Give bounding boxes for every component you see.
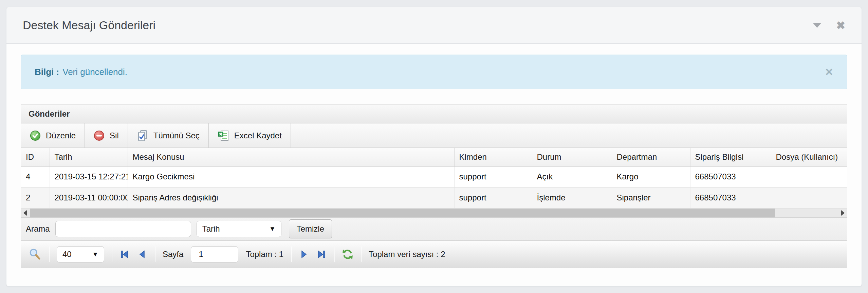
page-size-selected: 40 (62, 250, 72, 259)
pager-divider (49, 247, 49, 262)
cell-dosya[interactable] (771, 187, 847, 208)
cell-durum[interactable]: İşlemde (532, 187, 612, 208)
cell-id[interactable]: 4 (21, 166, 50, 187)
cell-mesaj-konusu[interactable]: Kargo Gecikmesi (128, 166, 454, 187)
pager-divider (112, 247, 112, 262)
grid-caption: Gönderiler (21, 104, 847, 123)
page-size-select[interactable]: 40 ▼ (57, 246, 104, 262)
page-label: Sayfa (163, 250, 183, 259)
delete-button[interactable]: Sil (85, 123, 128, 148)
refresh-icon[interactable] (342, 249, 353, 260)
pager-bar: 40 ▼ (21, 241, 847, 268)
cell-departman[interactable]: Siparişler (612, 187, 690, 208)
column-header-siparis-bilgisi[interactable]: Sipariş Bilgisi (690, 148, 771, 166)
cell-kimden[interactable]: support (454, 187, 532, 208)
last-page-button[interactable] (316, 249, 327, 259)
chevron-down-icon: ▼ (269, 225, 276, 233)
scrollbar-thumb[interactable] (30, 209, 775, 217)
scroll-left-icon[interactable] (23, 210, 27, 216)
edit-check-circle-icon (30, 130, 41, 141)
excel-export-button[interactable]: Excel Kaydet (209, 123, 291, 148)
pager-divider (291, 247, 291, 262)
excel-file-icon (218, 130, 229, 141)
scroll-right-icon[interactable] (841, 210, 845, 216)
column-header-kimden[interactable]: Kimden (454, 148, 532, 166)
total-pages-label: Toplam : 1 (246, 250, 283, 259)
table-row[interactable]: 2 2019-03-11 00:00:00 Sipariş Adres deği… (21, 187, 847, 208)
cell-mesaj-konusu[interactable]: Sipariş Adres değişikliği (128, 187, 454, 208)
record-count-label: Toplam veri sayısı : 2 (369, 250, 445, 259)
column-header-mesaj-konusu[interactable]: Mesaj Konusu (128, 148, 454, 166)
search-label: Arama (26, 224, 50, 234)
excel-export-button-label: Excel Kaydet (234, 131, 282, 140)
table-header-row: ID Tarih Mesaj Konusu Kimden Durum Depar… (21, 148, 847, 166)
window-body: Bilgi : Veri güncellendi. ✕ Gönderiler (6, 44, 862, 268)
search-field-select[interactable]: Tarih ▼ (197, 221, 281, 237)
alert-label: Bilgi : (35, 67, 59, 77)
page-title: Destek Mesajı Gönderileri (23, 19, 155, 32)
window-tools: ✖ (813, 20, 845, 31)
search-icon[interactable] (29, 248, 41, 261)
table-row[interactable]: 4 2019-03-15 12:27:21 Kargo Gecikmesi su… (21, 166, 847, 187)
page: Destek Mesajı Gönderileri ✖ Bilgi : Veri… (0, 0, 868, 293)
cell-dosya[interactable] (771, 166, 847, 187)
page-number-input[interactable] (191, 246, 238, 262)
data-grid: Gönderiler Düzenle (21, 104, 847, 268)
collapse-icon[interactable] (813, 23, 821, 28)
prev-page-button[interactable] (137, 249, 147, 259)
window-header: Destek Mesajı Gönderileri ✖ (6, 7, 862, 44)
cell-departman[interactable]: Kargo (612, 166, 690, 187)
alert-message: Veri güncellendi. (62, 67, 127, 77)
edit-button[interactable]: Düzenle (21, 123, 85, 148)
select-all-button[interactable]: Tümünü Seç (128, 123, 209, 148)
clear-button[interactable]: Temizle (289, 219, 332, 238)
select-all-pages-icon (137, 130, 148, 141)
column-header-departman[interactable]: Departman (612, 148, 690, 166)
cell-tarih[interactable]: 2019-03-11 00:00:00 (50, 187, 128, 208)
search-input[interactable] (55, 221, 191, 237)
column-header-tarih[interactable]: Tarih (50, 148, 128, 166)
cell-siparis-bilgisi[interactable]: 668507033 (690, 187, 771, 208)
search-field-selected: Tarih (202, 224, 220, 234)
cell-tarih[interactable]: 2019-03-15 12:27:21 (50, 166, 128, 187)
first-page-button[interactable] (119, 249, 130, 259)
data-table: ID Tarih Mesaj Konusu Kimden Durum Depar… (21, 148, 847, 209)
pager-divider (155, 247, 155, 262)
alert-close-icon[interactable]: ✕ (825, 66, 833, 78)
next-page-button[interactable] (299, 249, 309, 259)
cell-id[interactable]: 2 (21, 187, 50, 208)
horizontal-scrollbar[interactable] (21, 209, 847, 218)
search-bar: Arama Tarih ▼ Temizle (21, 218, 847, 241)
cell-kimden[interactable]: support (454, 166, 532, 187)
pager-divider (334, 247, 334, 262)
delete-minus-circle-icon (94, 130, 105, 141)
column-header-dosya[interactable]: Dosya (Kullanıcı) (771, 148, 847, 166)
grid-toolbar: Düzenle Sil (21, 123, 847, 148)
pager-divider (361, 247, 361, 262)
edit-button-label: Düzenle (46, 131, 76, 140)
info-alert: Bilgi : Veri güncellendi. ✕ (21, 55, 847, 89)
cell-siparis-bilgisi[interactable]: 668507033 (690, 166, 771, 187)
window-panel: Destek Mesajı Gönderileri ✖ Bilgi : Veri… (6, 7, 862, 287)
chevron-down-icon: ▼ (92, 251, 98, 258)
column-header-durum[interactable]: Durum (532, 148, 612, 166)
cell-durum[interactable]: Açık (532, 166, 612, 187)
column-header-id[interactable]: ID (21, 148, 50, 166)
select-all-button-label: Tümünü Seç (153, 131, 200, 140)
delete-button-label: Sil (110, 131, 119, 140)
window-close-icon[interactable]: ✖ (836, 20, 845, 31)
